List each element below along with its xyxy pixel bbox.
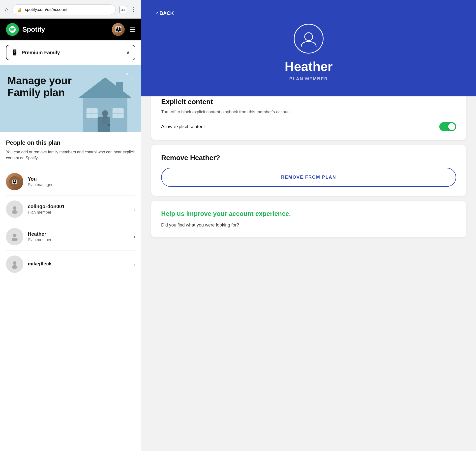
member-info: colingordon001 Plan member <box>28 204 129 215</box>
people-section: People on this plan You can add or remov… <box>0 132 141 451</box>
calendar-date: 31 <box>121 8 125 12</box>
people-section-title: People on this plan <box>6 139 135 146</box>
left-panel: ⌂ 🔒 spotify.com/us/account 31 ⋮ Spotify … <box>0 0 141 451</box>
browser-chrome: ⌂ 🔒 spotify.com/us/account 31 ⋮ <box>0 0 141 19</box>
plan-selector[interactable]: 📱 Premium Family ∨ <box>0 40 141 65</box>
home-icon[interactable]: ⌂ <box>5 6 8 13</box>
profile-name: Heather <box>285 59 333 74</box>
member-name: mikejfleck <box>28 261 129 267</box>
member-name: You <box>28 176 135 182</box>
profile-avatar-large <box>294 24 324 54</box>
user-avatar[interactable]: 👨‍👩‍👦 <box>112 23 125 36</box>
lock-icon: 🔒 <box>17 7 22 12</box>
chevron-right-icon: › <box>134 234 135 240</box>
plan-selector-inner[interactable]: 📱 Premium Family ∨ <box>6 45 135 60</box>
explicit-content-card: Explicit content Turn off to block expli… <box>151 89 466 140</box>
chevron-down-icon: ∨ <box>126 49 130 56</box>
member-role: Plan member <box>28 238 129 242</box>
people-section-description: You can add or remove family members and… <box>6 149 135 161</box>
remove-from-plan-button[interactable]: REMOVE FROM PLAN <box>161 168 456 187</box>
blue-header: ‹ BACK Heather Plan Member <box>141 0 476 96</box>
spotify-logo-wrapper: Spotify <box>6 23 45 36</box>
avatar: 👨‍👩‍👦 <box>6 173 23 190</box>
spotify-header: Spotify 👨‍👩‍👦 ☰ <box>0 19 141 40</box>
profile-role: Plan Member <box>289 76 328 82</box>
svg-point-23 <box>12 265 17 269</box>
member-info: Heather Plan member <box>28 231 129 242</box>
member-info: You Plan manager <box>28 176 135 187</box>
svg-point-3 <box>108 124 110 126</box>
member-name: colingordon001 <box>28 204 129 209</box>
explicit-content-description: Turn off to block explicit content playb… <box>161 109 456 115</box>
header-right: 👨‍👩‍👦 ☰ <box>112 23 135 36</box>
explicit-content-toggle[interactable] <box>439 122 456 131</box>
spotify-brand-name: Spotify <box>22 26 45 33</box>
list-item[interactable]: 👨‍👩‍👦 You Plan manager <box>6 168 135 196</box>
back-button[interactable]: ‹ BACK <box>156 10 174 16</box>
avatar-image: 👨‍👩‍👦 <box>112 23 125 36</box>
svg-point-24 <box>305 33 313 41</box>
plan-name: Premium Family <box>22 50 122 56</box>
svg-point-20 <box>12 238 17 241</box>
card-area: Explicit content Turn off to block expli… <box>141 89 476 451</box>
hero-section: Manage your Family plan <box>0 65 141 132</box>
svg-text:👨‍👩‍👦: 👨‍👩‍👦 <box>12 179 17 184</box>
calendar-icon[interactable]: 31 <box>119 6 127 13</box>
chevron-right-icon: › <box>134 261 135 267</box>
svg-rect-10 <box>116 82 123 95</box>
svg-marker-1 <box>78 77 132 98</box>
toggle-label: Allow explicit content <box>161 124 205 129</box>
back-label: BACK <box>159 10 174 16</box>
remove-card: Remove Heather? REMOVE FROM PLAN <box>151 145 466 196</box>
plan-icon: 📱 <box>11 49 18 56</box>
member-role: Plan manager <box>28 183 135 187</box>
chevron-right-icon: › <box>134 206 135 212</box>
more-options-icon[interactable]: ⋮ <box>131 6 136 13</box>
svg-point-17 <box>12 210 17 214</box>
avatar <box>6 200 23 218</box>
hamburger-menu-icon[interactable]: ☰ <box>129 26 135 34</box>
list-item[interactable]: colingordon001 Plan member › <box>6 196 135 223</box>
hero-title: Manage your Family plan <box>7 75 77 99</box>
right-panel: ‹ BACK Heather Plan Member Explicit cont… <box>141 0 476 451</box>
member-list: 👨‍👩‍👦 You Plan manager <box>6 168 135 278</box>
spotify-logo-icon <box>6 23 19 36</box>
help-card-description: Did you find what you were looking for? <box>161 222 456 228</box>
toggle-knob <box>448 123 455 130</box>
member-name: Heather <box>28 231 129 237</box>
toggle-row: Allow explicit content <box>161 122 456 131</box>
remove-card-title: Remove Heather? <box>161 154 456 162</box>
avatar <box>6 255 23 273</box>
list-item[interactable]: mikejfleck › <box>6 251 135 278</box>
member-role: Plan member <box>28 210 129 215</box>
svg-point-22 <box>13 261 17 265</box>
member-info: mikejfleck <box>28 261 129 267</box>
back-chevron-icon: ‹ <box>156 10 158 16</box>
avatar <box>6 228 23 245</box>
svg-rect-12 <box>102 116 107 124</box>
help-card: Help us improve your account experience.… <box>151 201 466 238</box>
url-text: spotify.com/us/account <box>25 7 110 12</box>
list-item[interactable]: Heather Plan member › <box>6 223 135 251</box>
hero-illustration <box>66 65 142 132</box>
help-card-title: Help us improve your account experience. <box>161 210 456 218</box>
explicit-content-title: Explicit content <box>161 98 456 106</box>
address-bar[interactable]: 🔒 spotify.com/us/account <box>12 4 116 15</box>
svg-point-16 <box>13 206 17 210</box>
svg-point-11 <box>102 110 108 116</box>
svg-point-19 <box>13 234 17 237</box>
